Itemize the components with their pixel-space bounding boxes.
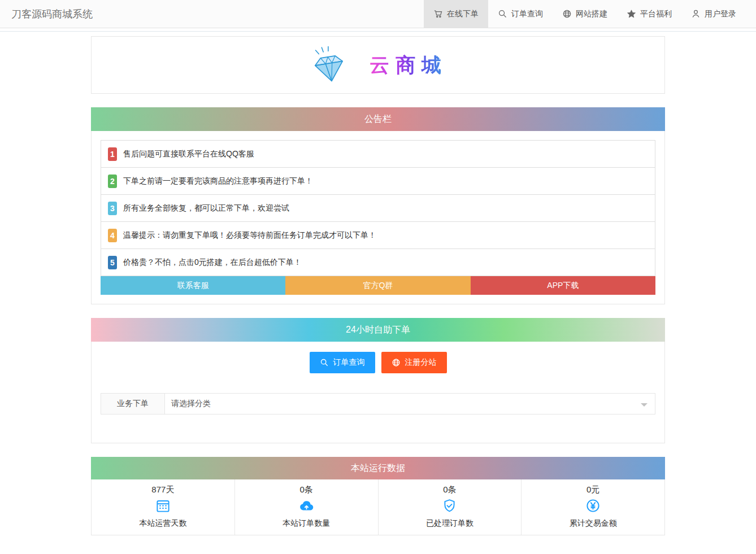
site-stats-section: 本站运行数据 877天 本站运营天数 0条: [91, 457, 665, 535]
order-query-label: 订单查询: [333, 357, 365, 368]
announcement-item: 5 价格贵？不怕，点击0元搭建，在后台超低价下单！: [101, 249, 655, 276]
register-substation-label: 注册分站: [405, 357, 437, 368]
announcement-section: 公告栏 1 售后问题可直接联系平台在线QQ客服 2 下单之前请一定要看完该商品的…: [91, 107, 665, 304]
nav-item-label: 平台福利: [640, 9, 672, 19]
stat-label: 已处理订单数: [379, 518, 522, 529]
calendar-icon: [92, 498, 234, 516]
announcement-item: 3 所有业务全部恢复，都可以正常下单，欢迎尝试: [101, 195, 655, 222]
cart-icon: [433, 9, 443, 19]
announcement-badge: 4: [108, 229, 117, 242]
main-content: 云商城 公告栏 1 售后问题可直接联系平台在线QQ客服 2 下单之前请一定要看完…: [91, 36, 665, 535]
shield-check-icon: [379, 498, 522, 516]
announcement-badge: 5: [108, 256, 117, 269]
self-order-section: 24小时自助下单 订单查询 注册分站 业务下单: [91, 318, 665, 443]
cloud-upload-icon: [235, 498, 378, 516]
yen-circle-icon: [522, 498, 664, 516]
business-order-label: 业务下单: [101, 393, 165, 415]
self-order-body: 订单查询 注册分站 业务下单 请选择分类: [91, 342, 665, 443]
stat-value: 877天: [92, 485, 234, 495]
stat-label: 累计交易金额: [522, 518, 664, 529]
stat-value: 0条: [235, 485, 378, 495]
nav-item-label: 在线下单: [447, 9, 479, 19]
nav-item-online-order[interactable]: 在线下单: [424, 0, 488, 28]
announcement-item: 4 温馨提示：请勿重复下单哦！必须要等待前面任务订单完成才可以下单！: [101, 222, 655, 249]
official-qq-group-button[interactable]: 官方Q群: [285, 276, 470, 295]
business-order-form: 业务下单 请选择分类: [101, 393, 655, 415]
register-substation-button[interactable]: 注册分站: [381, 352, 447, 373]
globe-icon: [562, 9, 572, 19]
stat-total-amount: 0元 累计交易金额: [521, 479, 664, 535]
category-select-value: 请选择分类: [171, 399, 211, 409]
self-order-actions: 订单查询 注册分站: [101, 352, 655, 373]
announcement-text: 售后问题可直接联系平台在线QQ客服: [123, 149, 254, 159]
announcement-item: 2 下单之前请一定要看完该商品的注意事项再进行下单！: [101, 168, 655, 195]
nav-item-user-login[interactable]: 用户登录: [681, 0, 746, 28]
nav-item-label: 用户登录: [705, 9, 736, 19]
announcement-text: 所有业务全部恢复，都可以正常下单，欢迎尝试: [123, 203, 289, 213]
globe-icon: [392, 358, 401, 367]
nav-item-site-build[interactable]: 网站搭建: [553, 0, 617, 28]
stat-processed-orders: 0条 已处理订单数: [378, 479, 522, 535]
announcement-badge: 1: [108, 147, 117, 161]
nav-item-label: 网站搭建: [576, 9, 607, 19]
site-stats-title: 本站运行数据: [91, 457, 665, 479]
main-nav: 在线下单 订单查询 网站搭建 平台福利 用户登录: [424, 0, 746, 28]
announcement-text: 下单之前请一定要看完该商品的注意事项再进行下单！: [123, 176, 313, 186]
top-navbar: 刀客源码商城系统 在线下单 订单查询 网站搭建 平台福利: [0, 0, 756, 28]
nav-item-order-query[interactable]: 订单查询: [488, 0, 553, 28]
stat-label: 本站订单数量: [235, 518, 378, 529]
stat-label: 本站运营天数: [92, 518, 234, 529]
announcement-text: 价格贵？不怕，点击0元搭建，在后台超低价下单！: [123, 258, 302, 268]
announcement-body: 1 售后问题可直接联系平台在线QQ客服 2 下单之前请一定要看完该商品的注意事项…: [91, 131, 665, 304]
announcement-buttons: 联系客服 官方Q群 APP下载: [101, 276, 655, 295]
logo-banner: 云商城: [91, 36, 665, 94]
order-query-button[interactable]: 订单查询: [310, 352, 375, 373]
announcement-item: 1 售后问题可直接联系平台在线QQ客服: [101, 141, 655, 168]
contact-support-button[interactable]: 联系客服: [101, 276, 285, 295]
star-icon: [627, 9, 636, 19]
nav-item-label: 订单查询: [511, 9, 543, 19]
self-order-title: 24小时自助下单: [91, 318, 665, 342]
stat-running-days: 877天 本站运营天数: [92, 479, 234, 535]
chevron-down-icon: [641, 403, 648, 410]
stat-value: 0条: [379, 485, 522, 495]
category-select[interactable]: 请选择分类: [164, 393, 655, 415]
announcement-badge: 3: [108, 202, 117, 215]
app-download-button[interactable]: APP下载: [471, 276, 655, 295]
user-icon: [691, 9, 701, 19]
search-icon: [498, 9, 507, 19]
announcement-text: 温馨提示：请勿重复下单哦！必须要等待前面任务订单完成才可以下单！: [123, 230, 376, 241]
announcement-list: 1 售后问题可直接联系平台在线QQ客服 2 下单之前请一定要看完该商品的注意事项…: [101, 140, 655, 276]
search-icon: [320, 358, 329, 367]
site-stats-body: 877天 本站运营天数 0条: [91, 479, 665, 535]
announcement-title: 公告栏: [91, 107, 665, 131]
announcement-badge: 2: [108, 175, 117, 188]
nav-item-platform-welfare[interactable]: 平台福利: [617, 0, 681, 28]
diamond-icon: [309, 45, 350, 85]
site-title: 刀客源码商城系统: [0, 0, 93, 28]
stat-order-count: 0条 本站订单数量: [234, 479, 378, 535]
logo-text: 云商城: [370, 52, 447, 78]
stat-value: 0元: [522, 485, 664, 495]
